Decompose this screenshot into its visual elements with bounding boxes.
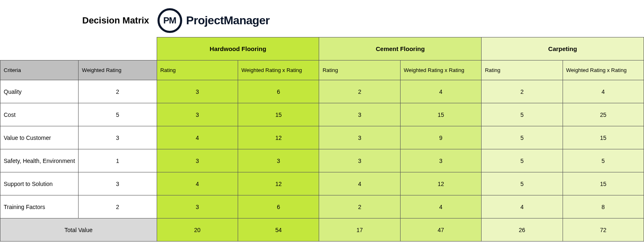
col-weighted-x-rating: Weighted Rating x Rating (400, 60, 481, 80)
value-cell: 5 (482, 149, 563, 172)
total-cell: 20 (157, 218, 238, 242)
total-cell: 26 (482, 218, 563, 242)
brand-name: ProjectManager (186, 14, 270, 27)
col-weighted-x-rating: Weighted Rating x Rating (563, 60, 644, 80)
value-cell: 5 (482, 172, 563, 195)
pm-logo-icon: PM (158, 8, 182, 33)
option-header: Cement Flooring (319, 37, 482, 60)
value-cell: 25 (563, 103, 644, 126)
value-cell: 3 (319, 126, 400, 149)
criteria-cell: Cost (0, 103, 79, 126)
value-cell: 3 (157, 80, 238, 103)
value-cell: 2 (319, 195, 400, 218)
value-cell: 4 (563, 80, 644, 103)
value-cell: 5 (482, 126, 563, 149)
value-cell: 12 (400, 172, 481, 195)
value-cell: 3 (157, 149, 238, 172)
value-cell: 2 (482, 80, 563, 103)
value-cell: 3 (157, 103, 238, 126)
page-title: Decision Matrix (82, 15, 149, 26)
brand-logo: PM ProjectManager (158, 8, 270, 33)
table-row: Training Factors 2 3 6 2 4 4 8 (0, 195, 644, 218)
criteria-cell: Support to Solution (0, 172, 79, 195)
criteria-cell: Value to Customer (0, 126, 79, 149)
value-cell: 15 (400, 103, 481, 126)
value-cell: 3 (157, 195, 238, 218)
criteria-cell: Safety, Health, Environment (0, 149, 79, 172)
decision-matrix-table: Hardwood Flooring Cement Flooring Carpet… (0, 37, 644, 242)
weight-cell: 1 (79, 149, 157, 172)
total-cell: 47 (400, 218, 481, 242)
weight-cell: 5 (79, 103, 157, 126)
option-header: Hardwood Flooring (157, 37, 319, 60)
value-cell: 3 (319, 103, 400, 126)
table-row: Support to Solution 3 4 12 4 12 5 15 (0, 172, 644, 195)
value-cell: 3 (238, 149, 319, 172)
total-cell: 72 (563, 218, 644, 242)
value-cell: 12 (238, 126, 319, 149)
value-cell: 4 (319, 172, 400, 195)
col-rating: Rating (157, 60, 238, 80)
total-label: Total Value (0, 218, 157, 242)
value-cell: 5 (482, 103, 563, 126)
weight-cell: 3 (79, 172, 157, 195)
value-cell: 4 (157, 172, 238, 195)
total-row: Total Value 20 54 17 47 26 72 (0, 218, 644, 242)
weight-cell: 2 (79, 195, 157, 218)
col-criteria: Criteria (0, 60, 79, 80)
weight-cell: 3 (79, 126, 157, 149)
table-row: Quality 2 3 6 2 4 2 4 (0, 80, 644, 103)
option-header-row: Hardwood Flooring Cement Flooring Carpet… (0, 37, 644, 60)
table-row: Safety, Health, Environment 1 3 3 3 3 5 … (0, 149, 644, 172)
value-cell: 3 (400, 149, 481, 172)
value-cell: 15 (238, 103, 319, 126)
value-cell: 4 (400, 195, 481, 218)
value-cell: 4 (482, 195, 563, 218)
col-weighted-rating: Weighted Rating (79, 60, 157, 80)
criteria-cell: Quality (0, 80, 79, 103)
weight-cell: 2 (79, 80, 157, 103)
sub-header-row: Criteria Weighted Rating Rating Weighted… (0, 60, 644, 80)
value-cell: 9 (400, 126, 481, 149)
table-row: Cost 5 3 15 3 15 5 25 (0, 103, 644, 126)
value-cell: 6 (238, 80, 319, 103)
criteria-cell: Training Factors (0, 195, 79, 218)
value-cell: 2 (319, 80, 400, 103)
col-rating: Rating (319, 60, 400, 80)
total-cell: 17 (319, 218, 400, 242)
option-header: Carpeting (482, 37, 644, 60)
value-cell: 8 (563, 195, 644, 218)
document-header: Decision Matrix PM ProjectManager (0, 0, 644, 37)
total-cell: 54 (238, 218, 319, 242)
table-row: Value to Customer 3 4 12 3 9 5 15 (0, 126, 644, 149)
value-cell: 15 (563, 172, 644, 195)
value-cell: 5 (563, 149, 644, 172)
value-cell: 6 (238, 195, 319, 218)
value-cell: 4 (400, 80, 481, 103)
value-cell: 4 (157, 126, 238, 149)
blank-corner (0, 37, 157, 60)
value-cell: 3 (319, 149, 400, 172)
value-cell: 15 (563, 126, 644, 149)
col-rating: Rating (482, 60, 563, 80)
value-cell: 12 (238, 172, 319, 195)
col-weighted-x-rating: Weighted Rating x Rating (238, 60, 319, 80)
